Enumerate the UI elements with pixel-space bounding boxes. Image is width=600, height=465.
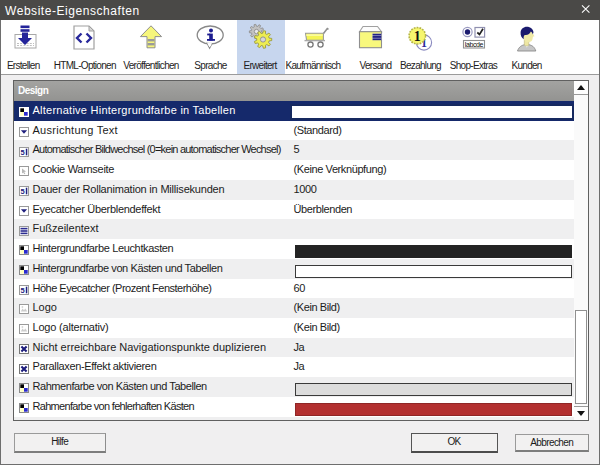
svg-text:5: 5 xyxy=(20,147,24,156)
svg-text:5: 5 xyxy=(20,286,24,295)
svg-text:5: 5 xyxy=(20,187,24,196)
svg-text:1: 1 xyxy=(414,29,421,44)
svg-text:labcde: labcde xyxy=(465,41,484,48)
